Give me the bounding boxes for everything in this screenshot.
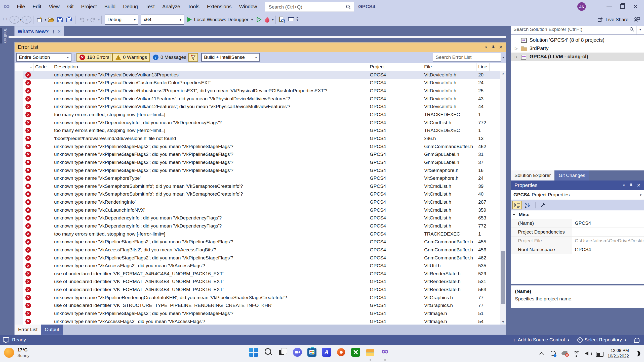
column-header-code[interactable]: Code [33,63,52,71]
table-row[interactable]: unknown type name 'VkPipelineStageFlags2… [15,158,500,166]
table-row[interactable]: unknown type name 'VkPipelineStageFlags2… [15,309,500,318]
menu-build[interactable]: Build [101,0,119,13]
messages-filter-button[interactable]: i 0 Messages [150,53,189,62]
scrollbar-thumb[interactable] [501,251,505,304]
table-row[interactable]: use of undeclared identifier 'VK_FORMAT_… [15,270,500,278]
categorized-view-button[interactable] [512,201,522,209]
table-row[interactable]: unknown type name 'VkAccessFlags2'; did … [15,262,500,270]
menu-window[interactable]: Window [235,0,261,13]
search-dropdown-icon[interactable]: ▾ [502,56,504,59]
minimize-button[interactable]: — [603,0,616,13]
table-row[interactable]: unknown type name 'VkAccessFlagBits2'; d… [15,246,500,254]
menu-debug[interactable]: Debug [119,0,142,13]
save-all-button[interactable] [64,15,73,24]
open-file-button[interactable] [46,15,55,24]
column-header-severity[interactable]: ∷ [23,63,33,71]
window-position-icon[interactable]: ▾ [623,183,625,188]
table-row[interactable]: too many errors emitted, stopping now [-… [15,230,500,238]
toolbar-overflow-icon[interactable]: ▾ [297,17,298,22]
select-repository-button[interactable]: Select Repository ▲ [577,337,627,343]
table-row[interactable]: unknown type name 'VkRenderingInfo' GPCS… [15,198,500,206]
property-row[interactable]: (Name) GPCS4 [511,219,644,228]
home-window-button[interactable] [287,15,296,24]
profiler-dropdown-icon[interactable]: ▾ [272,18,274,22]
weather-widget[interactable]: 17°C Sunny [4,347,29,358]
menu-git[interactable]: Git [63,0,77,13]
table-row[interactable]: use of undeclared identifier 'VK_STRUCTU… [15,302,500,310]
notifications-bell-icon[interactable] [634,338,639,342]
errors-filter-button[interactable]: 190 Errors [76,53,112,62]
column-header-file[interactable]: File [422,63,476,71]
table-row[interactable]: unknown type name 'VkPipelineStageFlags2… [15,254,500,262]
tab-error-list[interactable]: Error List [15,325,41,335]
feedback-icon[interactable] [3,337,9,342]
property-row[interactable]: Root Namespace GPCS4 [511,245,644,254]
app-a-icon[interactable] [321,347,332,361]
profiler-flame-button[interactable] [263,15,271,24]
tree-item-solution-gpcs4-8-of-8-projects[interactable]: Solution 'GPCS4' (8 of 8 projects) [511,36,644,44]
add-to-source-control-button[interactable]: ↑ Add to Source Control ▲ [513,337,570,343]
menu-extensions[interactable]: Extensions [203,0,235,13]
chevron-up-icon[interactable] [538,350,545,357]
table-row[interactable]: unknown type name 'VkPhysicalDeviceRobus… [15,87,500,95]
visual-studio-icon[interactable] [379,347,391,361]
pin-icon[interactable] [51,29,55,33]
find-in-files-button[interactable] [277,15,287,24]
chat-icon[interactable] [292,347,303,361]
property-pages-wrench-icon[interactable] [539,201,547,209]
search-icon[interactable] [262,347,274,361]
properties-title-bar[interactable]: Properties ▾ × [511,180,644,190]
menu-project[interactable]: Project [77,0,101,13]
toolbar-grip[interactable]: ⋮⋮ [2,17,8,22]
error-scope-dropdown[interactable]: Entire Solution▾ [16,53,71,62]
taskbar-clock[interactable]: 12:08 PM 10/21/2022 [608,348,629,359]
live-share-button[interactable]: Live Share [597,17,628,22]
scroll-up-icon[interactable]: ▲ [500,72,506,75]
table-row[interactable]: 'boost/predef/hardware/simd/x86/versions… [15,134,500,143]
undo-button[interactable] [77,15,86,24]
table-row[interactable]: unknown type name 'VkPhysicalDeviceVulka… [15,71,500,79]
feedback-person-icon[interactable] [633,17,640,23]
file-explorer-icon[interactable] [365,347,376,361]
table-row[interactable]: unknown type name 'VkPhysicalDeviceCusto… [15,79,500,87]
table-row[interactable]: unknown type name 'VkPipelineRenderingCr… [15,294,500,302]
solution-search-input[interactable] [511,27,630,32]
column-header-line[interactable]: Line [476,63,490,71]
menu-tools[interactable]: Tools [184,0,203,13]
new-project-button[interactable] [35,15,44,24]
error-list-title-bar[interactable]: Error List ▾ × [15,42,506,52]
expander-icon[interactable]: ▷ [514,46,518,51]
table-row[interactable]: unknown type name 'VkSemaphoreSubmitInfo… [15,190,500,198]
close-icon[interactable]: × [58,29,61,34]
property-value[interactable]: GPCS4 [572,219,644,228]
table-row[interactable]: unknown type name 'VkDependencyInfo'; di… [15,119,500,127]
column-header-project[interactable]: Project [368,63,422,71]
property-value[interactable]: GPCS4 [572,245,644,254]
tree-item-3rdparty[interactable]: ▷ 3rdParty [511,44,644,53]
redo-dropdown-icon[interactable]: ▾ [98,18,100,22]
pin-icon[interactable] [491,45,495,49]
office-icon[interactable] [335,347,347,361]
table-row[interactable]: unknown type name 'VkPipelineStageFlags2… [15,166,500,174]
table-row[interactable]: too many errors emitted, stopping now [-… [15,126,500,134]
night-light-moon-icon[interactable] [632,349,641,358]
table-row[interactable]: unknown type name 'VkCuLaunchInfoNVX' GP… [15,206,500,214]
property-row[interactable]: Project File C:\Users\alnsm\OneDrive\Des… [511,237,644,245]
menu-file[interactable]: File [13,0,29,13]
error-list-scrollbar[interactable]: ▲ ▼ [500,71,506,325]
xbox-icon[interactable] [350,347,361,361]
start-icon[interactable] [248,347,259,361]
close-icon[interactable]: × [637,183,640,187]
table-row[interactable]: too many errors emitted, stopping now [-… [15,111,500,119]
property-group-misc[interactable]: Misc [511,210,644,219]
navigate-forward-button[interactable]: › [22,16,31,24]
solution-configuration-dropdown[interactable]: Debug▾ [105,15,138,25]
table-row[interactable]: unknown type name 'VkPipelineStageFlags2… [15,143,500,151]
property-value[interactable] [572,228,644,236]
scroll-down-icon[interactable]: ▼ [500,320,506,324]
menu-view[interactable]: View [45,0,63,13]
table-row[interactable]: unknown type name 'VkPipelineStageFlags2… [15,150,500,158]
table-row[interactable]: unknown type name 'VkSemaphoreSubmitInfo… [15,182,500,190]
table-row[interactable]: unknown type name 'VkPhysicalDeviceVulka… [15,103,500,111]
table-row[interactable]: use of undeclared identifier 'VK_FORMAT_… [15,278,500,286]
